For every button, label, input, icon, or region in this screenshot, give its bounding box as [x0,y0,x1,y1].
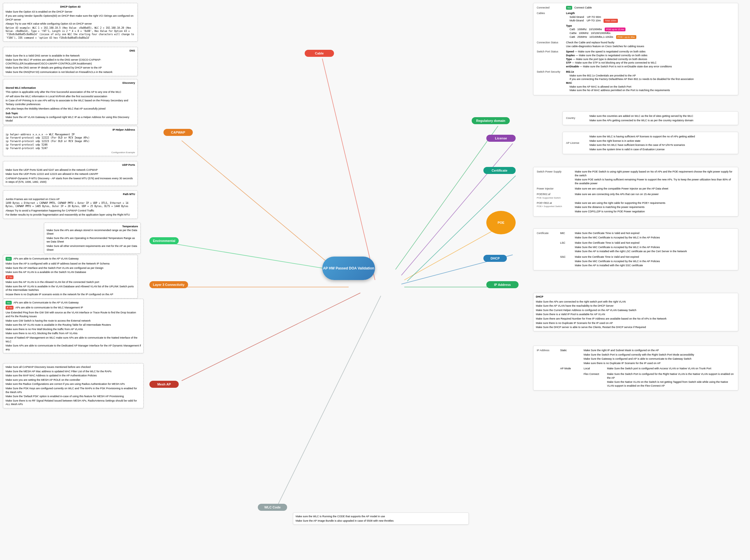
ssc-line2: Make Sure the MIC Certificate is Accepte… [575,260,735,263]
solid-strand-label: Solid-Strand [570,16,584,18]
regulatory-box: Country Make sure the countries are adde… [562,111,738,125]
static-line3: Make Sure the Gateway is configured and … [584,357,735,361]
cat6-poe-badge: POE+ up-to 30w [616,35,636,39]
yes-badge-l3: Yes [5,301,12,305]
cat6-label: Cat6 [570,36,575,38]
dhcp-line6: Make sure there is no Duplicate IP Scena… [536,321,736,325]
conn-check: Check the Cable and replace found faulty [566,41,735,44]
svg-line-11 [278,296,381,504]
poe802af-line1: Make sure we are connecting only the APs… [575,193,735,196]
country-label: Country [565,113,589,123]
wlc-code-line2: Make Sure the AP Image Bundle is also up… [296,519,466,523]
certificate-box: Certificate MIC Make Sure the Certificat… [533,228,738,270]
ssc-line1: Make sure the Certificate Time is Valid … [575,255,735,259]
environmental-box: Temperature Make Sure the APs are always… [44,223,141,254]
udp-capwap: Make Sure the UDP Ports 5246 and 5247 ar… [5,168,135,172]
path-mtu-line3: Always Try to avoid a Fragmentation happ… [5,209,135,213]
stp-detail: Make sure the STP is not blocking any of… [575,61,656,64]
bl-line5: Make sure the AP VLAN is available in th… [5,285,135,292]
env-line2: Make Sure the APs are Operating in Recom… [46,236,138,244]
ap-vlan-gateway: APs are able to Communicate to the AP VL… [14,257,79,261]
svg-line-3 [395,126,498,269]
mac-detail: Make sure the AP MAC is allowed on the S… [570,85,735,89]
dhcp-line5: Make Sure there are Required Number for … [536,317,736,321]
poeplus-line3: Make sure CDP/LLDP is running for POE Po… [575,210,735,214]
dhcp43-line3: Always Try to use HEX value while config… [5,22,135,26]
dot1x-detail: Make sure the 802.1x Credentials are pro… [570,74,735,78]
cat5e-duplex: 10/100/1000Mbs [591,32,611,35]
lic-line2: Make sure the right license is in active… [589,139,735,143]
mesh-line8: Make Sure there is no RF Signal Related … [5,399,141,406]
dhcp-box: DHCP Make Sure the APs are connected to … [533,293,738,331]
l3-yes-line5: Make sure there is no ACL blocking the t… [5,332,141,335]
poeplus-label: POE+/802.at [537,201,573,205]
ap-vlan-box: Yes APs are able to Communicate to the A… [3,255,138,298]
stored-wlc-label: Stored WLC Information [5,86,135,90]
path-mtu-box: Path MTU Jumbo Frames are not supported … [3,191,138,219]
cat5-label: Cat5 [570,28,575,31]
reg-line1: Make sure the countries are added on WLC… [589,114,735,118]
lsc-line2: Make Sure the MIC Certificate is Accepte… [575,245,735,249]
static-line4: Make sure there is no Duplicate IP Scena… [584,361,735,365]
l3-wlc-mgmt: APs are able to communicate to the WLC M… [15,306,83,309]
dns-line4: Make Sure the DNS(Port 53) communication… [5,70,135,74]
stored-wlc-line2: AP will store the WLC information in Loc… [5,95,135,98]
lic-line3: Make sure the HA WLC have sufficient lic… [589,143,735,147]
yes-badge-vlan: Yes [5,257,12,261]
l3-yes-line6: Incase of Natted AP Management on WLC ma… [5,336,141,343]
cat5-duplex: 10/100Mbs [589,28,602,31]
ap-mode-label: AP Mode [559,366,583,388]
total-length-badge: Total 100m [604,19,618,23]
mesh-line3: Make sure the MAP MAC Address is updated… [5,374,141,378]
poe-box: Switch Power Supply Make sure the POE Sw… [533,167,738,217]
mac-count: Make sure the No of MAC address permitte… [570,88,735,92]
bl-line6: Incase there is no Duplicate IP scenario… [5,293,135,296]
central-node: AP HW Passed DOA Validation [322,257,375,280]
env-line3: Make Sure all other environment requirem… [46,244,138,252]
dot1x-factory: If you are connecting the Factory Defaul… [570,77,735,81]
dhcp-line2: Make Sure the AP VLAN have the reachabil… [536,304,736,308]
stored-wlc-line1: This option is applicable only after the… [5,90,135,94]
cat6-speed: 250MHz [577,36,587,38]
branch-regulatory: Regulatory domain [472,117,510,124]
conn-status-label: Connection Status [537,41,558,44]
power-injector-label: Power Injector [536,186,574,192]
vlan-gateway-disc: Make Sure the AP VLAN Gateway is configu… [5,115,135,123]
central-label: AP HW Passed DOA Validation [323,266,374,270]
l3-yes-line3: Make sure the AP VLAN route is available… [5,323,141,327]
dns-label: DNS [5,49,135,53]
ip-helper-label: IP Helper Address [113,128,135,132]
dhcp-title: DHCP [536,295,736,299]
ip-helper-line4: ip forward-protocol udp 5246 [5,143,135,147]
bl-line3: Make sure the AP VLAN is a available on … [5,270,135,274]
udp-ports-box: UDP Ports Make Sure the UDP Ports 5246 a… [3,161,138,186]
dhcp-line7: Make Sure the DHCP server is able to ser… [536,325,736,329]
lic-line4: Make sure the system time is valid in ca… [589,147,735,152]
poeplus-line1: Make sure we are using the right cable f… [575,201,735,205]
mic-line1: Make Sure the Certificate Time is Valid … [575,232,735,235]
license-box: AP License Make sure the WLC is having s… [562,132,738,154]
poeplus-sublabel: POE+ Supported Switch [537,205,573,208]
path-mtu-label: Path MTU [5,193,135,196]
cables-label: Cables [537,12,545,15]
cat5-speed: 100Mhz [577,28,587,31]
speed-detail: Make sure the speed is negotiated correc… [578,50,646,53]
errdisable-detail: Make sure the Switch Port is not in errD… [583,65,672,68]
stored-wlc-line4: APs also keeps the Mobility Members addr… [5,107,135,111]
no-badge-l3: ✗ No [5,306,14,309]
switch-power-label: Switch Power Supply [536,169,574,186]
svg-line-1 [182,141,349,280]
switch-security-label: Switch Port Security [537,70,560,73]
path-mtu-line1: Jumbo Frames are not supported on Cisco … [5,197,135,201]
ap-license-label: AP License [565,134,589,152]
type-detail: Make sure the port type is detected corr… [576,58,647,61]
flex-line1: Make Sure the Switch Port is configured … [607,372,735,380]
ip-helper-line1: ip helper-address x.x.x.x -> WLC Managem… [5,133,135,137]
mic-line2: Make Sure the MIC Certificate is Accepte… [575,236,735,240]
branch-environmental: Environmental [150,237,179,244]
mesh-line1: Make Sure all CAPWAP Discovery issues me… [5,365,141,369]
static-label: Static [559,348,583,366]
wlc-code-box: Make sure the WLC is Running the CODE th… [293,513,469,524]
sub-topic-label: Sub Topic [5,112,135,115]
type-label2: Type [566,58,572,61]
